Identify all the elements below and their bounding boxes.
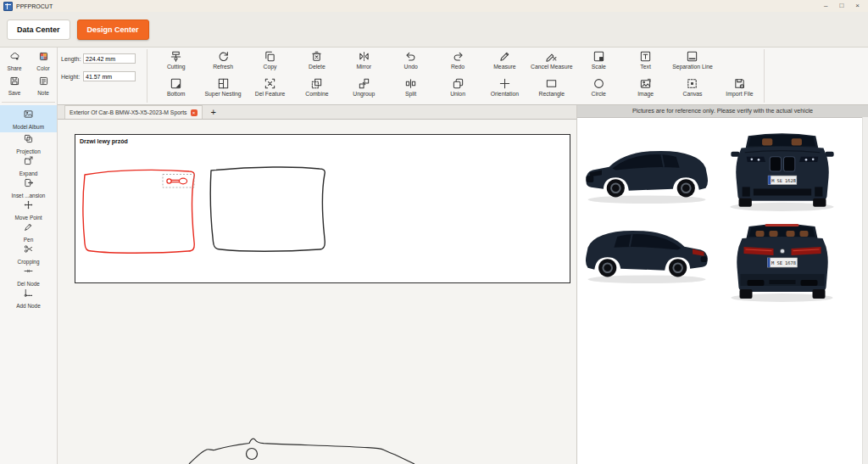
sidebar-item-add-node[interactable]: Add Node [0, 287, 57, 309]
length-label: Length: [61, 56, 83, 62]
orientation-icon [498, 77, 511, 90]
reference-notice: Pictures are for reference only. Please … [577, 105, 868, 118]
length-input[interactable] [83, 53, 136, 64]
car-image-front-three-quarter [580, 137, 714, 206]
sidebar-item-model-album[interactable]: Model Album [0, 105, 57, 132]
sidebar-items: Model AlbumProjectionExpandInset ...ansi… [0, 105, 57, 309]
tool-del-feature[interactable]: Del Feature [247, 77, 293, 103]
door-shapes [75, 135, 571, 284]
tool-label: Redo [451, 64, 465, 70]
tool-refresh[interactable]: Refresh [199, 50, 246, 75]
door-shape-black[interactable] [210, 167, 325, 251]
union-icon [452, 77, 465, 90]
del-node-icon [23, 265, 34, 280]
tool-text[interactable]: Text [622, 50, 669, 75]
document-tab-label: Exterior Of Car-B BMW-X5-X5-2023-M Sport… [70, 109, 187, 115]
tool-delete[interactable]: Delete [293, 50, 340, 75]
tool-super-nesting[interactable]: Super Nesting [199, 77, 246, 103]
expand-icon [23, 154, 34, 170]
tool-copy[interactable]: Copy [247, 50, 293, 75]
maximize-button[interactable]: □ [839, 0, 843, 12]
tool-label: Import File [726, 91, 753, 97]
tool-label: Cutting [167, 64, 186, 70]
main-nav: Data Center Design Center [0, 12, 868, 48]
tool-combine[interactable]: Combine [293, 77, 340, 103]
move-point-icon [23, 198, 34, 214]
tool-label: Rectangle [539, 91, 565, 97]
sidebar-item-inset-ansion[interactable]: Inset ...ansion [0, 176, 57, 198]
refresh-icon [217, 50, 230, 63]
tool-label: Bottom [167, 91, 186, 97]
tool-scale[interactable]: Scale [576, 50, 622, 75]
reference-images: M SE 1628 [577, 118, 868, 464]
pen-icon [23, 221, 34, 236]
tool-separation-line[interactable]: Separation Line [669, 50, 715, 75]
design-canvas[interactable]: Drzwi lewy przód [58, 120, 576, 464]
sidebar-item-del-node[interactable]: Del Node [0, 265, 57, 287]
ppfprocut-window: PPFPROCUT – □ × Data Center Design Cente… [0, 0, 868, 464]
combine-icon [310, 77, 323, 90]
document-tab-active[interactable]: Exterior Of Car-B BMW-X5-X5-2023-M Sport… [64, 105, 203, 119]
sidebar-item-cropping[interactable]: Cropping [0, 243, 57, 265]
titlebar: PPFPROCUT – □ × [0, 0, 868, 12]
tab-close-icon[interactable]: × [191, 109, 198, 116]
window-title: PPFPROCUT [16, 3, 53, 9]
sidebar-item-label: Add Node [16, 303, 40, 309]
tool-orientation[interactable]: Orientation [481, 77, 528, 103]
door-handle-selection[interactable] [163, 175, 194, 188]
tool-label: Super Nesting [205, 91, 242, 97]
tool-import-file[interactable]: Import File [716, 77, 763, 103]
tool-label: Circle [592, 91, 606, 97]
tool-label: Refresh [213, 64, 233, 70]
tab-data-center[interactable]: Data Center [7, 20, 70, 40]
car-image-front: M SE 1628 [723, 122, 842, 213]
sidebar-item-label: Pen [24, 237, 33, 243]
undo-icon [404, 50, 417, 63]
save-icon [9, 75, 20, 90]
tool-redo[interactable]: Redo [434, 50, 481, 75]
height-label: Height: [61, 74, 83, 80]
close-button[interactable]: × [855, 0, 860, 12]
mirror-icon [358, 50, 370, 63]
tool-rectangle[interactable]: Rectangle [528, 77, 575, 103]
toolbar-row-2: BottomSuper NestingDel FeatureCombineUng… [153, 77, 763, 103]
sidebar-item-pen[interactable]: Pen [0, 221, 57, 243]
tool-measure[interactable]: Measure [481, 50, 528, 75]
reference-panel: Pictures are for reference only. Please … [576, 105, 868, 464]
tool-cancel-measure[interactable]: Cancel Measure [528, 50, 575, 75]
sidebar-item-expand[interactable]: Expand [0, 154, 57, 176]
tool-circle[interactable]: Circle [576, 77, 622, 103]
tool-split[interactable]: Split [387, 77, 434, 103]
sidebar-item-move-point[interactable]: Move Point [0, 198, 57, 221]
cutting-icon [170, 50, 182, 63]
tool-cutting[interactable]: Cutting [153, 50, 199, 75]
sidebar-share[interactable]: Share [0, 50, 29, 75]
height-input[interactable] [83, 71, 136, 81]
sidebar-color[interactable]: Color [29, 50, 58, 75]
sidebar-item-projection[interactable]: Projection [0, 132, 57, 154]
measure-icon [498, 50, 511, 63]
add-tab-button[interactable]: + [211, 106, 216, 119]
sidebar-item-label: Expand [19, 171, 38, 176]
sidebar-item-label: Model Album [13, 124, 44, 130]
tool-undo[interactable]: Undo [387, 50, 434, 75]
tool-mirror[interactable]: Mirror [341, 50, 387, 75]
sidebar-note[interactable]: Note [29, 75, 58, 99]
partial-panel-shape[interactable] [58, 425, 576, 464]
sidebar-save[interactable]: Save [0, 75, 29, 99]
scrollbar[interactable] [862, 117, 868, 464]
split-icon [404, 77, 417, 90]
minimize-button[interactable]: – [824, 0, 827, 12]
tool-ungroup[interactable]: Ungroup [341, 77, 387, 103]
tool-image[interactable]: Image [622, 77, 669, 103]
add-node-icon [23, 287, 34, 302]
sidebar-top-grid: ShareColorSaveNote [0, 48, 57, 99]
tool-label: Combine [305, 91, 328, 97]
tab-design-center[interactable]: Design Center [77, 20, 149, 40]
tool-label: Text [640, 64, 650, 70]
app-icon [3, 2, 13, 11]
tool-union[interactable]: Union [434, 77, 481, 103]
tool-bottom[interactable]: Bottom [153, 77, 199, 103]
window-controls: – □ × [824, 0, 868, 12]
tool-canvas[interactable]: Canvas [669, 77, 715, 103]
